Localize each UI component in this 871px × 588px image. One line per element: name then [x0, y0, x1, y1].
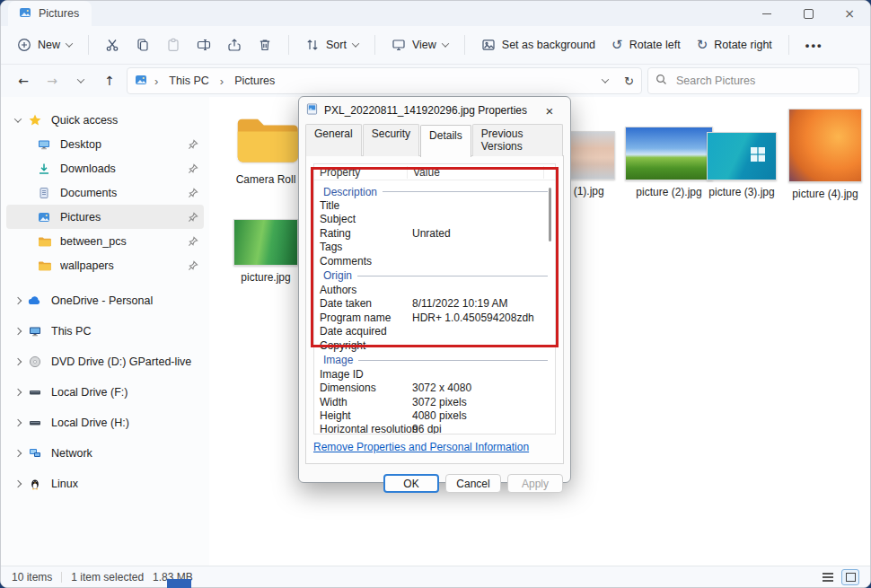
paste-button[interactable] [159, 32, 188, 57]
sidebar-item-label: Local Drive (H:) [51, 417, 200, 429]
minimize-button[interactable] [746, 1, 787, 26]
file-picture-2-jpg[interactable]: picture (2).jpg [623, 127, 715, 199]
dialog-title: PXL_20220811_141920296.jpg Properties [324, 104, 530, 117]
more-options-button[interactable]: ••• [798, 33, 831, 57]
tab-security[interactable]: Security [363, 124, 419, 156]
document-icon [35, 187, 53, 199]
search-box[interactable] [647, 67, 859, 94]
file-label: Camera Roll [233, 172, 299, 187]
title-bar: Pictures × [1, 1, 870, 26]
property-row[interactable]: Image ID [314, 368, 555, 382]
view-button[interactable]: View [384, 32, 455, 57]
address-bar: ← → ↑ › This PC › Pictures ↻ [1, 65, 870, 98]
sidebar-item-wallpapers[interactable]: wallpapers [6, 253, 204, 277]
dialog-close-button[interactable]: × [536, 101, 563, 120]
sidebar-item-network[interactable]: Network [6, 438, 204, 469]
breadcrumb[interactable]: › This PC › Pictures ↻ [127, 67, 642, 94]
rotate-left-label: Rotate left [629, 39, 681, 51]
property-row[interactable]: Horizontal resolution96 dpi [314, 423, 555, 434]
sidebar-item-local-drive-h[interactable]: Local Drive (H:) [6, 408, 204, 438]
close-button[interactable]: × [829, 1, 870, 26]
divider [788, 35, 789, 55]
up-button[interactable]: ↑ [98, 69, 121, 92]
file-label: picture.jpg [238, 270, 293, 285]
chevron-right-icon [10, 451, 26, 456]
property-row[interactable]: Height4080 pixels [314, 409, 555, 423]
windows-logo-icon [751, 147, 765, 162]
chevron-down-icon [66, 39, 73, 47]
sidebar-item-local-drive-f[interactable]: Local Drive (F:) [6, 377, 204, 408]
chevron-down-icon [10, 118, 26, 123]
window-tab[interactable]: Pictures [8, 1, 92, 26]
rotate-right-label: Rotate right [714, 39, 772, 51]
file-picture-4-jpg[interactable]: picture (4).jpg [786, 109, 865, 201]
breadcrumb-separator: › [220, 75, 224, 88]
sidebar-item-onedrive[interactable]: OneDrive - Personal [6, 285, 204, 316]
image-thumbnail [625, 127, 713, 180]
sort-label: Sort [326, 39, 347, 51]
share-button[interactable] [220, 32, 249, 57]
chevron-right-icon [10, 359, 26, 364]
new-button[interactable]: New [10, 32, 79, 57]
drive-icon [26, 386, 44, 399]
desktop-background: Pictures × New [0, 0, 871, 588]
file-label: picture (4).jpg [789, 187, 860, 201]
remove-properties-link[interactable]: Remove Properties and Personal Informati… [313, 441, 529, 453]
tab-previous-versions[interactable]: Previous Versions [472, 124, 563, 156]
tab-general[interactable]: General [305, 124, 362, 156]
maximize-button[interactable] [787, 1, 829, 26]
search-input[interactable] [674, 74, 822, 88]
address-dropdown-chevron[interactable] [602, 75, 609, 83]
delete-button[interactable] [251, 32, 279, 57]
breadcrumb-pictures[interactable]: Pictures [231, 73, 278, 89]
cut-button[interactable] [98, 32, 127, 57]
sidebar-item-downloads[interactable]: Downloads [6, 156, 204, 180]
sidebar-item-between-pcs[interactable]: between_pcs [6, 229, 204, 253]
sidebar-item-desktop[interactable]: Desktop [6, 132, 204, 156]
pin-icon [186, 139, 200, 150]
rename-button[interactable] [189, 32, 218, 57]
file-picture-3-jpg[interactable]: picture (3).jpg [704, 132, 779, 199]
new-label: New [38, 39, 60, 51]
set-as-background-button[interactable]: Set as background [474, 32, 603, 57]
search-icon [655, 73, 667, 89]
property-row[interactable]: Width3072 pixels [314, 396, 555, 409]
selection-count: 1 item selected [71, 571, 144, 584]
sidebar-item-documents[interactable]: Documents [6, 180, 204, 205]
property-row[interactable]: Dimensions3072 x 4080 [314, 382, 555, 395]
sidebar-item-linux[interactable]: Linux [6, 469, 204, 499]
section-image: Image [314, 353, 555, 368]
sidebar-item-this-pc[interactable]: This PC [6, 316, 204, 347]
recent-locations-button[interactable] [69, 69, 92, 92]
desktop-icon [35, 138, 53, 151]
apply-button[interactable]: Apply [507, 474, 563, 493]
rotate-left-button[interactable]: ↺ Rotate left [604, 31, 688, 58]
cancel-button[interactable]: Cancel [445, 474, 501, 493]
paste-icon [166, 38, 180, 52]
pictures-icon [35, 211, 53, 224]
details-view-button[interactable] [820, 570, 836, 584]
window-title: Pictures [39, 7, 79, 20]
navigation-pane: Quick access Desktop Downloads [1, 97, 209, 566]
ok-button[interactable]: OK [383, 474, 439, 493]
back-button[interactable]: ← [12, 69, 35, 92]
sidebar-item-dvd-drive[interactable]: DVD Drive (D:) GParted-live [6, 347, 204, 377]
chevron-down-icon [352, 39, 359, 47]
pin-icon [186, 163, 200, 174]
forward-button[interactable]: → [40, 69, 64, 92]
file-label: picture (3).jpg [706, 185, 777, 199]
sort-button[interactable]: Sort [298, 32, 365, 57]
rotate-right-button[interactable]: ↻ Rotate right [690, 31, 779, 58]
copy-button[interactable] [128, 32, 157, 57]
sidebar-item-pictures[interactable]: Pictures [6, 205, 204, 229]
sidebar-item-quick-access[interactable]: Quick access [6, 108, 204, 132]
sort-icon [305, 38, 320, 52]
view-icon [392, 38, 406, 52]
refresh-button[interactable]: ↻ [624, 75, 634, 88]
breadcrumb-this-pc[interactable]: This PC [165, 73, 212, 89]
chevron-right-icon [10, 390, 26, 395]
image-thumbnail [707, 132, 777, 180]
tab-details[interactable]: Details [420, 125, 471, 157]
large-thumbnails-view-button[interactable] [841, 569, 859, 585]
dialog-tabs: General Security Details Previous Versio… [299, 124, 570, 156]
